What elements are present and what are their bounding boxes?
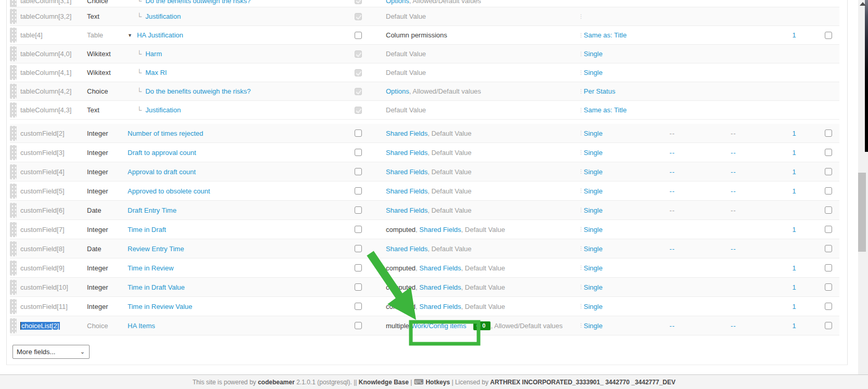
permission-link[interactable]: Shared Fields [386, 187, 427, 195]
options-link[interactable]: Single [584, 206, 602, 214]
permission-link[interactable]: Shared Fields [386, 129, 427, 137]
dash-link[interactable]: -- [731, 245, 736, 253]
dash-link[interactable]: -- [670, 245, 675, 253]
row-checkbox[interactable] [825, 303, 832, 310]
row-drag-handle[interactable] [10, 0, 17, 7]
vertical-scrollbar-thumb[interactable] [858, 173, 866, 252]
field-name-link[interactable]: Time in Review Value [128, 303, 192, 310]
field-name-link[interactable]: Time in Draft Value [128, 283, 185, 291]
field-name-link[interactable]: Do the benefits outweigh the risks? [145, 0, 250, 5]
field-name-link[interactable]: HA Items [128, 322, 155, 330]
field-name-link[interactable]: Harm [145, 50, 162, 58]
row-drag-handle[interactable] [10, 28, 17, 43]
row-checkbox[interactable] [825, 32, 832, 39]
options-link[interactable]: Single [584, 283, 602, 291]
field-name-link[interactable]: Draft Entry Time [128, 206, 177, 214]
collapse-caret-icon[interactable]: ▼ [128, 33, 132, 38]
row-drag-handle[interactable] [10, 46, 17, 61]
more-fields-select[interactable]: More fields... ⌄ [12, 345, 90, 359]
field-checkbox[interactable] [355, 264, 362, 271]
field-checkbox[interactable] [355, 187, 362, 194]
dash-link[interactable]: -- [670, 168, 675, 176]
row-drag-handle[interactable] [10, 203, 17, 218]
row-drag-handle[interactable] [10, 261, 17, 276]
ref-count-link[interactable]: 1 [792, 322, 796, 330]
field-checkbox[interactable] [355, 206, 362, 214]
scroll-up-arrow-icon[interactable] [860, 2, 866, 6]
row-drag-handle[interactable] [10, 299, 17, 314]
field-checkbox[interactable] [355, 322, 362, 329]
field-name-link[interactable]: Max RI [145, 69, 167, 76]
ref-count-link[interactable]: 1 [792, 283, 796, 291]
dash-link[interactable]: -- [670, 187, 675, 195]
dash-link[interactable]: -- [670, 149, 675, 157]
options-link[interactable]: Single [584, 264, 602, 272]
permission-link[interactable]: Shared Fields [386, 206, 427, 214]
field-checkbox[interactable] [355, 226, 362, 233]
field-checkbox[interactable] [355, 245, 362, 252]
row-checkbox[interactable] [825, 129, 832, 137]
permission-link[interactable]: Options [386, 87, 409, 95]
options-link[interactable]: Single [584, 69, 602, 76]
options-link[interactable]: Single [584, 303, 602, 310]
field-name-link[interactable]: Draft to approval count [128, 149, 196, 157]
dash-link[interactable]: -- [731, 168, 736, 176]
permission-link[interactable]: Shared Fields [386, 245, 427, 253]
field-name-link[interactable]: Do the benefits outweigh the risks? [145, 87, 250, 95]
ref-count-link[interactable]: 1 [792, 303, 796, 310]
row-checkbox[interactable] [825, 283, 832, 291]
permission-link[interactable]: Shared Fields [419, 303, 461, 310]
options-link[interactable]: Single [584, 322, 602, 330]
row-checkbox[interactable] [825, 206, 832, 214]
options-link[interactable]: Single [584, 50, 602, 58]
field-name-link[interactable]: Approved to obsolete count [128, 187, 210, 195]
row-checkbox[interactable] [825, 168, 832, 175]
options-link[interactable]: Single [584, 187, 602, 195]
options-link[interactable]: Same as: Title [584, 106, 626, 114]
row-drag-handle[interactable] [10, 241, 17, 256]
ref-count-link[interactable]: 1 [792, 149, 796, 157]
options-link[interactable]: Single [584, 245, 602, 253]
row-drag-handle[interactable] [10, 164, 17, 179]
row-checkbox[interactable] [825, 187, 832, 194]
row-checkbox[interactable] [825, 149, 832, 156]
ref-count-link[interactable]: 1 [792, 31, 796, 39]
options-link[interactable]: Single [584, 149, 602, 157]
dash-link[interactable]: -- [670, 322, 675, 330]
ref-count-link[interactable]: 1 [792, 168, 796, 176]
ref-count-link[interactable]: 1 [792, 187, 796, 195]
field-checkbox[interactable] [355, 303, 362, 310]
permission-link[interactable]: Work/Config items [411, 322, 466, 330]
row-checkbox[interactable] [825, 226, 832, 233]
field-name-link[interactable]: HA Justification [137, 31, 183, 39]
options-link[interactable]: Same as: Title [584, 31, 626, 39]
field-name-link[interactable]: Approval to draft count [128, 168, 196, 176]
row-checkbox[interactable] [825, 245, 832, 252]
row-drag-handle[interactable] [10, 280, 17, 295]
row-drag-handle[interactable] [10, 9, 17, 24]
row-checkbox[interactable] [825, 264, 832, 271]
options-link[interactable]: Per Status [584, 87, 615, 95]
row-checkbox[interactable] [825, 322, 832, 329]
field-name-link[interactable]: Justification [145, 106, 181, 114]
permission-link[interactable]: Shared Fields [419, 283, 461, 291]
ref-count-link[interactable]: 1 [792, 129, 796, 137]
dash-link[interactable]: -- [731, 322, 736, 330]
row-drag-handle[interactable] [10, 184, 17, 199]
options-link[interactable]: Single [584, 129, 602, 137]
row-drag-handle[interactable] [10, 65, 17, 80]
field-name-link[interactable]: Justification [145, 12, 181, 20]
field-name-link[interactable]: Time in Draft [128, 226, 166, 234]
options-link[interactable]: Single [584, 168, 602, 176]
field-checkbox[interactable] [355, 129, 362, 137]
permission-link[interactable]: Shared Fields [419, 226, 461, 234]
field-name-link[interactable]: Time in Review [128, 264, 173, 272]
field-checkbox[interactable] [355, 149, 362, 156]
permission-link[interactable]: Options [386, 0, 409, 5]
field-checkbox[interactable] [355, 168, 362, 175]
field-checkbox[interactable] [355, 283, 362, 291]
row-drag-handle[interactable] [10, 102, 17, 118]
dash-link[interactable]: -- [731, 187, 736, 195]
options-link[interactable]: Single [584, 226, 602, 234]
ref-count-link[interactable]: 1 [792, 264, 796, 272]
